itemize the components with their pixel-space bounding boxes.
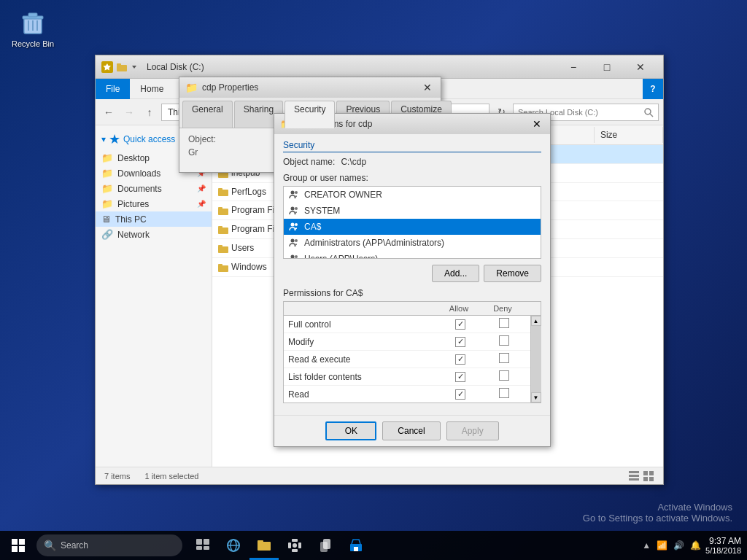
user-group-icon <box>288 253 300 259</box>
svg-point-32 <box>295 191 298 194</box>
cancel-button[interactable]: Cancel <box>382 421 440 440</box>
svg-point-37 <box>291 239 295 243</box>
svg-point-31 <box>291 191 295 195</box>
perm-allow-checkbox[interactable] <box>438 319 482 330</box>
permission-row[interactable]: Full control <box>284 316 530 333</box>
permission-row[interactable]: List folder contents <box>284 368 530 386</box>
permission-row[interactable]: Read & execute <box>284 351 530 368</box>
perm-allow-checkbox[interactable] <box>438 354 482 365</box>
perm-allow-checkbox[interactable] <box>438 389 482 400</box>
deny-check[interactable] <box>499 335 509 346</box>
perm-table-content: Full control Modify Read & execute List … <box>284 316 541 402</box>
svg-point-34 <box>295 207 298 210</box>
scroll-up-button[interactable]: ▲ <box>531 316 541 326</box>
back-button[interactable]: ← <box>100 104 117 121</box>
sidebar-item-pictures[interactable]: 📁 Pictures 📌 <box>96 196 212 211</box>
forward-button[interactable]: → <box>120 104 138 121</box>
perm-action-buttons: Add... Remove <box>283 265 541 282</box>
close-button[interactable]: ✕ <box>624 55 657 79</box>
apply-button[interactable]: Apply <box>446 421 499 440</box>
cdp-dialog-close[interactable]: ✕ <box>420 80 435 95</box>
phone-companion-icon[interactable] <box>311 531 340 560</box>
perm-allow-checkbox[interactable] <box>438 336 482 347</box>
perm-deny-checkbox[interactable] <box>482 388 526 400</box>
recycle-bin-icon[interactable]: Recycle Bin <box>7 7 58 48</box>
deny-check[interactable] <box>499 370 509 381</box>
sidebar-item-documents[interactable]: 📁 Documents 📌 <box>96 181 212 196</box>
perm-deny-checkbox[interactable] <box>482 335 526 348</box>
sidebar-item-network[interactable]: 🔗 Network <box>96 227 212 242</box>
tab-security[interactable]: Security <box>285 101 335 128</box>
desktop-folder-icon: 📁 <box>101 152 113 163</box>
deny-check[interactable] <box>499 318 509 328</box>
group-user-item[interactable]: Users (APP\Users) <box>284 251 541 259</box>
allow-check[interactable] <box>455 354 465 365</box>
group-user-item[interactable]: Administrators (APP\Administrators) <box>284 235 541 251</box>
group-user-item[interactable]: CA$ <box>284 219 541 235</box>
ie-browser-icon[interactable] <box>219 531 248 560</box>
pin-icon-pictures: 📌 <box>197 200 206 208</box>
start-button[interactable] <box>0 531 36 560</box>
system-clock[interactable]: 9:37 AM 5/18/2018 <box>705 536 741 555</box>
tray-up-arrow[interactable]: ▲ <box>642 540 651 551</box>
column-size-header[interactable]: Size <box>595 127 663 143</box>
allow-check[interactable] <box>455 372 465 382</box>
maximize-button[interactable]: □ <box>590 55 624 79</box>
svg-rect-16 <box>218 209 228 215</box>
title-bar-icons <box>101 61 138 73</box>
perm-deny-checkbox[interactable] <box>482 318 526 330</box>
taskbar-search-icon: 🔍 <box>44 540 56 551</box>
file-explorer-taskbar-icon[interactable] <box>249 531 279 560</box>
perm-deny-checkbox[interactable] <box>482 370 526 383</box>
permission-row[interactable]: Modify <box>284 333 530 351</box>
permissions-scrollbar: ▲ ▼ <box>530 316 541 402</box>
file-menu[interactable]: File <box>96 79 130 99</box>
allow-check[interactable] <box>455 389 465 400</box>
clock-time: 9:37 AM <box>705 536 741 546</box>
up-button[interactable]: ↑ <box>141 104 158 121</box>
settings-taskbar-icon[interactable] <box>280 531 309 560</box>
tab-general[interactable]: General <box>182 101 233 128</box>
taskbar-search[interactable]: 🔍 Search <box>36 534 182 556</box>
this-pc-icon: 🖥 <box>101 214 111 225</box>
dropdown-arrow-icon <box>131 63 138 71</box>
sidebar-item-this-pc[interactable]: 🖥 This PC <box>96 211 212 227</box>
search-icon <box>643 107 654 117</box>
scroll-down-button[interactable]: ▼ <box>531 392 541 402</box>
sidebar-pictures-label: Pictures <box>117 199 149 209</box>
perm-rows-container: Full control Modify Read & execute List … <box>284 316 530 402</box>
svg-rect-18 <box>218 228 228 234</box>
large-icon-view[interactable] <box>643 470 654 482</box>
allow-check[interactable] <box>455 319 465 330</box>
group-user-item[interactable]: CREATOR OWNER <box>284 187 541 203</box>
task-view-button[interactable] <box>188 531 217 560</box>
deny-check[interactable] <box>499 388 509 398</box>
help-button[interactable]: ? <box>643 79 663 99</box>
notification-icon[interactable]: 🔔 <box>690 540 701 551</box>
svg-rect-27 <box>643 471 648 475</box>
details-view-icon[interactable] <box>628 470 640 482</box>
folder-row-icon <box>218 206 228 216</box>
ok-button[interactable]: OK <box>325 421 376 440</box>
allow-check[interactable] <box>455 337 465 347</box>
clock-date: 5/18/2018 <box>705 546 741 555</box>
deny-col-header: Deny <box>481 304 525 313</box>
store-icon[interactable] <box>341 531 371 560</box>
remove-button[interactable]: Remove <box>484 265 541 282</box>
group-item-label: SYSTEM <box>304 206 340 216</box>
perm-deny-checkbox[interactable] <box>482 353 526 365</box>
permissions-close-button[interactable]: ✕ <box>530 117 544 131</box>
minimize-button[interactable]: − <box>557 55 590 79</box>
svg-point-35 <box>291 223 295 227</box>
perm-allow-checkbox[interactable] <box>438 371 482 382</box>
home-menu[interactable]: Home <box>130 79 174 99</box>
svg-point-33 <box>291 207 295 211</box>
deny-check[interactable] <box>499 353 509 363</box>
group-user-item[interactable]: SYSTEM <box>284 203 541 219</box>
permission-row[interactable]: Read <box>284 386 530 402</box>
network-tray-icon[interactable]: 📶 <box>657 540 667 551</box>
file-size-cell <box>595 265 663 269</box>
taskbar-right: ▲ 📶 🔊 🔔 9:37 AM 5/18/2018 <box>642 536 747 555</box>
add-button[interactable]: Add... <box>432 265 479 282</box>
volume-tray-icon[interactable]: 🔊 <box>673 540 684 551</box>
